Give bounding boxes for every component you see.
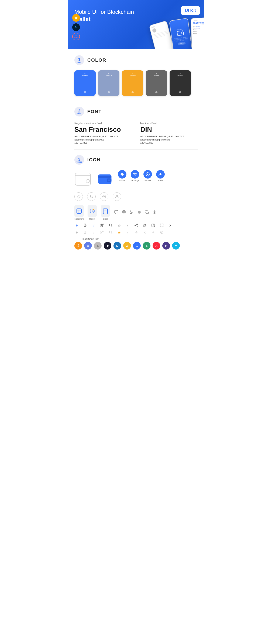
svg-point-69 xyxy=(162,232,162,232)
svg-point-52 xyxy=(135,225,136,226)
icon-section-header: 3 THREE ICON xyxy=(74,155,198,165)
assets-icon xyxy=(118,170,126,178)
main-content: 1 ONE COLOR #3574FA#8DA0C8#F5A623#666666… xyxy=(68,49,204,256)
svg-point-14 xyxy=(160,173,161,174)
svg-point-56 xyxy=(144,225,145,226)
svg-line-55 xyxy=(136,226,137,226)
svg-point-17 xyxy=(104,196,104,197)
svg-point-30 xyxy=(138,211,141,214)
hero-badges: Ps 60+ Screens xyxy=(72,14,80,40)
svg-point-13 xyxy=(147,174,148,175)
icon-assets: Assets xyxy=(118,170,126,182)
arrows-icon-dim xyxy=(134,230,138,235)
settings-icon xyxy=(142,224,147,228)
plus-icon: + xyxy=(74,223,79,228)
svg-rect-32 xyxy=(146,212,148,214)
svg-line-66 xyxy=(111,233,112,234)
hero-section: Mobile UI for Blockchain Wallet UI Kit P… xyxy=(68,0,204,49)
exchange-icon xyxy=(131,170,139,178)
icon-main-row: Assets Exchange Discover Profile xyxy=(74,170,198,188)
icon-discover-outline xyxy=(100,192,108,201)
crypto-icon-dash: D xyxy=(114,242,121,250)
bubble-icon xyxy=(144,210,149,215)
font-numbers: 1234567890 xyxy=(140,142,198,144)
section-1-word: ONE xyxy=(78,62,81,63)
icon-exchange: Exchange xyxy=(131,170,139,182)
svg-line-50 xyxy=(111,226,112,227)
section-2-number: 2 xyxy=(78,109,80,113)
svg-point-23 xyxy=(93,209,94,210)
discover-icon xyxy=(144,170,152,178)
search-icon-dim xyxy=(108,230,113,235)
close-icon: ✕ xyxy=(168,224,172,228)
divider-2 xyxy=(74,150,198,150)
assets-icon-outline xyxy=(74,192,83,201)
order-icon xyxy=(101,205,110,217)
color-section-header: 1 ONE COLOR xyxy=(74,55,198,65)
color-swatch-3574FA: #3574FA xyxy=(74,70,96,96)
font-lower: abcdefghijklmnopqrstuvwxyz xyxy=(74,138,132,141)
svg-line-54 xyxy=(136,224,137,225)
profile-icon-outline xyxy=(112,192,121,201)
chevron-left-icon: ‹ xyxy=(126,224,130,228)
svg-rect-3 xyxy=(75,173,90,185)
discover-icon-outline xyxy=(100,192,108,201)
crypto-icon-ltc: Ł xyxy=(94,242,102,250)
svg-point-10 xyxy=(108,180,110,181)
font-display: Regular · Medium · Bold San Francisco AB… xyxy=(74,122,198,144)
svg-rect-8 xyxy=(98,176,111,178)
svg-point-5 xyxy=(86,180,90,183)
history-icon xyxy=(88,205,97,217)
svg-rect-62 xyxy=(101,231,102,232)
exchange-icon-outline xyxy=(87,192,96,201)
ps-badge: Ps xyxy=(72,24,80,31)
crypto-icon-btc: ₿ xyxy=(74,242,82,250)
section-1-title: COLOR xyxy=(87,58,106,63)
sketch-badge xyxy=(72,14,80,22)
section-2-title: FONT xyxy=(87,109,102,114)
font-section-header: 2 TWO FONT xyxy=(74,107,198,116)
svg-marker-15 xyxy=(77,195,80,198)
svg-point-53 xyxy=(137,226,138,227)
blockchain-label: BlockChain Icon xyxy=(74,238,198,240)
app-icon-management: Mangment xyxy=(74,205,84,220)
color-swatch-8DA0C8: #8DA0C8 xyxy=(98,70,120,96)
moon-icon xyxy=(129,210,134,215)
crypto-icon-strat: S xyxy=(143,242,150,250)
phone-mockup-center: myWallet Character may be manifested in … xyxy=(169,18,193,49)
phone-mockup-right: myWallet $6,297,502.12 BTC 788-2003 ETH … xyxy=(190,17,204,49)
star-icon-yellow: ★ xyxy=(117,230,122,235)
share-icon xyxy=(134,224,138,228)
app-icon-order: Order xyxy=(101,205,110,220)
management-icon xyxy=(74,205,84,217)
divider-1 xyxy=(74,101,198,102)
check-icon-dim: ✓ xyxy=(92,230,96,235)
icon-wireframe-container xyxy=(74,170,92,188)
check-icon: ✓ xyxy=(92,224,96,228)
icon-profile-outline xyxy=(112,192,121,201)
info-icon-dim xyxy=(160,230,164,235)
icon-blue-wallet xyxy=(97,170,114,187)
color-swatches: #3574FA#8DA0C8#F5A623#666666#303030 xyxy=(74,70,198,96)
crypto-icon-zec: Z xyxy=(123,242,131,250)
hero-phones: Profile myWallet Character may be manife… xyxy=(152,18,204,49)
svg-rect-45 xyxy=(101,226,102,226)
chat-icon xyxy=(114,210,118,215)
circle-icon xyxy=(137,210,142,215)
section-1-circle: 1 ONE xyxy=(74,55,84,65)
star-icon: ☆ xyxy=(117,224,122,228)
svg-point-35 xyxy=(154,211,155,212)
font-upper: ABCDEFGHIJKLMNOPQRSTUVWXYZ xyxy=(74,135,132,138)
crypto-icons-row: ₿ΞŁ◆DZ⬡SAP✦ xyxy=(74,242,198,250)
misc-icons-row xyxy=(114,210,157,215)
svg-marker-11 xyxy=(120,172,124,176)
icon-discover: Discover xyxy=(144,170,152,182)
profile-icon xyxy=(156,170,165,178)
font-weights: Regular · Medium · Bold xyxy=(74,122,132,125)
doc-edit-icon-dim xyxy=(83,230,88,235)
utility-icons-blue: + ✓ ☆ ‹ ✕ xyxy=(74,223,198,228)
upload-icon xyxy=(151,224,156,228)
resize-icon xyxy=(160,224,164,228)
stack-icon xyxy=(122,210,126,215)
utility-icons-gray: + ✓ ★ ‹ ✕ xyxy=(74,230,198,235)
